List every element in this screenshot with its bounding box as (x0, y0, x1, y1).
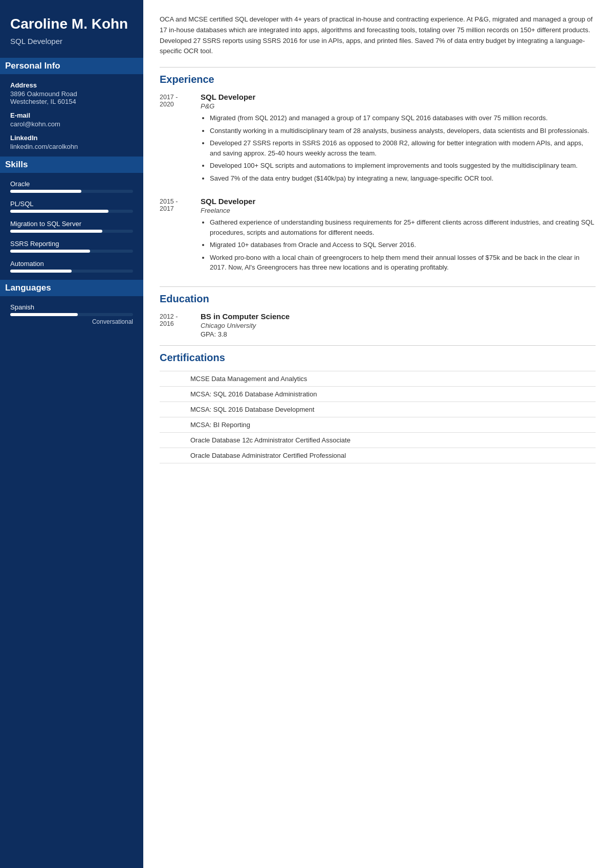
language-bar-background (10, 313, 133, 316)
skill-bar-fill (10, 270, 72, 273)
skill-bar-background (10, 270, 133, 273)
experience-bullet: Constantly working in a multidisciplinar… (210, 126, 596, 136)
address-label: Address (10, 81, 133, 89)
certification-name: MCSA: BI Reporting (160, 417, 596, 432)
certification-row: MCSA: SQL 2016 Database Administration (160, 386, 596, 402)
sidebar: Caroline M. Kohn SQL Developer Personal … (0, 0, 143, 868)
certification-name: Oracle Database 12c Administrator Certif… (160, 432, 596, 448)
skill-bar-background (10, 250, 133, 253)
certifications-heading: Certifications (160, 352, 596, 364)
experience-content: SQL DeveloperP&GMigrated (from SQL 2012)… (201, 93, 596, 186)
experience-dates: 2017 -2020 (160, 93, 201, 186)
experience-bullet: Migrated 10+ databases from Oracle and A… (210, 240, 596, 250)
certification-row: MCSA: SQL 2016 Database Development (160, 402, 596, 417)
main-content: OCA and MCSE certified SQL developer wit… (143, 0, 614, 868)
language-level: Conversational (10, 318, 133, 325)
experience-bullet: Developed 27 SSRS reports in SSRS 2016 a… (210, 138, 596, 158)
skill-bar-fill (10, 190, 81, 193)
education-degree: BS in Computer Science (201, 312, 596, 321)
education-item: 2012 -2016BS in Computer ScienceChicago … (160, 312, 596, 338)
education-list: 2012 -2016BS in Computer ScienceChicago … (160, 312, 596, 338)
skill-name: Migration to SQL Server (10, 220, 133, 228)
experience-bullet: Migrated (from SQL 2012) and managed a g… (210, 113, 596, 123)
linkedin-label: LinkedIn (10, 134, 133, 142)
email-value: carol@kohn.com (10, 120, 133, 128)
linkedin-value: linkedin.com/carolkohn (10, 143, 133, 150)
experience-bullet: Gathered experience of understanding bus… (210, 217, 596, 237)
experience-bullet: Developed 100+ SQL scripts and automatio… (210, 161, 596, 171)
skill-name: Oracle (10, 180, 133, 188)
summary-text: OCA and MCSE certified SQL developer wit… (160, 14, 596, 57)
experience-bullets: Migrated (from SQL 2012) and managed a g… (201, 113, 596, 183)
education-heading: Education (160, 293, 596, 305)
skills-heading: Skills (0, 157, 143, 173)
certification-row: Oracle Database Administrator Certified … (160, 448, 596, 463)
education-school: Chicago University (201, 322, 596, 329)
skills-list: OraclePL/SQLMigration to SQL ServerSSRS … (10, 180, 133, 273)
skill-name: SSRS Reporting (10, 240, 133, 248)
education-content: BS in Computer ScienceChicago University… (201, 312, 596, 338)
education-dates: 2012 -2016 (160, 312, 201, 338)
certification-name: MCSE Data Management and Analytics (160, 371, 596, 386)
experience-divider (160, 67, 596, 68)
experience-bullet: Worked pro-bono with a local chain of gr… (210, 253, 596, 273)
candidate-title: SQL Developer (10, 37, 133, 46)
certification-row: MCSA: BI Reporting (160, 417, 596, 432)
skill-bar-background (10, 230, 133, 233)
education-gpa: GPA: 3.8 (201, 330, 596, 338)
skill-bar-background (10, 190, 133, 193)
experience-bullet: Saved 7% of the data entry budget ($140k… (210, 173, 596, 184)
experience-company: P&G (201, 102, 596, 110)
experience-job-title: SQL Developer (201, 197, 596, 206)
languages-heading: Languages (0, 280, 143, 296)
certification-name: Oracle Database Administrator Certified … (160, 448, 596, 463)
skill-bar-background (10, 210, 133, 213)
language-bar-fill (10, 313, 78, 316)
experience-heading: Experience (160, 74, 596, 85)
experience-bullets: Gathered experience of understanding bus… (201, 217, 596, 273)
languages-list: SpanishConversational (10, 303, 133, 325)
skill-name: PL/SQL (10, 200, 133, 208)
education-divider (160, 286, 596, 287)
language-name: Spanish (10, 303, 133, 311)
certification-row: MCSE Data Management and Analytics (160, 371, 596, 386)
certifications-table: MCSE Data Management and AnalyticsMCSA: … (160, 371, 596, 463)
certifications-divider (160, 345, 596, 346)
experience-job-title: SQL Developer (201, 93, 596, 101)
experience-dates: 2015 -2017 (160, 197, 201, 275)
certification-row: Oracle Database 12c Administrator Certif… (160, 432, 596, 448)
skill-bar-fill (10, 250, 90, 253)
experience-item: 2015 -2017SQL DeveloperFreelanceGathered… (160, 197, 596, 275)
personal-info-heading: Personal Info (0, 58, 143, 74)
skill-name: Automation (10, 260, 133, 268)
experience-content: SQL DeveloperFreelanceGathered experienc… (201, 197, 596, 275)
certification-name: MCSA: SQL 2016 Database Development (160, 402, 596, 417)
certification-name: MCSA: SQL 2016 Database Administration (160, 386, 596, 402)
experience-item: 2017 -2020SQL DeveloperP&GMigrated (from… (160, 93, 596, 186)
skill-bar-fill (10, 230, 102, 233)
skill-bar-fill (10, 210, 108, 213)
email-label: E-mail (10, 112, 133, 119)
address-value: 3896 Oakmound Road Westchester, IL 60154 (10, 90, 133, 105)
candidate-name: Caroline M. Kohn (10, 15, 133, 33)
experience-list: 2017 -2020SQL DeveloperP&GMigrated (from… (160, 93, 596, 275)
experience-company: Freelance (201, 207, 596, 214)
